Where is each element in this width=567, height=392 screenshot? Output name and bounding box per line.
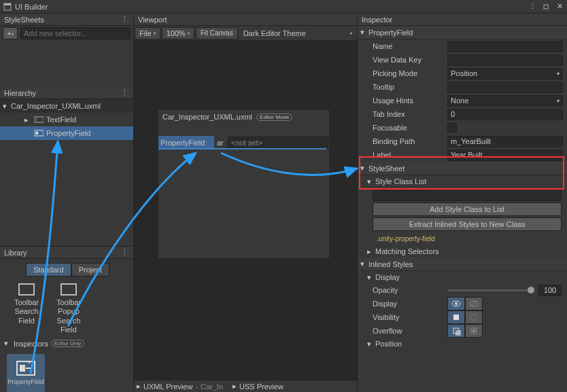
library-opts-icon[interactable]: ⋮: [120, 248, 129, 257]
canvas-preview: Car_Inspector_UXML.uxml Editor Mode Prop…: [158, 110, 329, 258]
fold-arrow-icon: ▸: [367, 247, 374, 256]
library-header: Library ⋮: [0, 247, 133, 259]
opacity-value[interactable]: 100: [538, 285, 562, 296]
canvas-title: Car_Inspector_UXML.uxml: [162, 113, 252, 121]
binding-path-input[interactable]: m_YearBuilt: [447, 136, 563, 147]
overflow-visible-button[interactable]: [447, 324, 465, 338]
svg-rect-2: [544, 5, 548, 9]
stylesheets-opts-icon[interactable]: ⋮: [120, 15, 129, 24]
uxml-preview-file: Car_In: [201, 382, 223, 391]
library-foldout-inspectors[interactable]: ▾ Inspectors Editor Only: [0, 337, 133, 350]
display-flex-button[interactable]: [447, 297, 465, 310]
style-class-list-foldout[interactable]: ▾ Style Class List: [358, 175, 567, 188]
library-title: Library: [4, 249, 27, 257]
style-class-input[interactable]: [373, 189, 562, 201]
extract-styles-button[interactable]: Extract Inlined Styles to New Class: [373, 217, 562, 231]
fold-arrow-icon[interactable]: ▸: [233, 382, 237, 391]
hierarchy-title: Hierarchy: [4, 89, 36, 97]
viewport-zoom[interactable]: 100%▾: [162, 27, 194, 39]
library-item-toolbar-search[interactable]: Toolbar Search Field: [8, 283, 45, 334]
viewport-theme-dropdown[interactable]: Dark Editor Theme ▾: [239, 27, 356, 39]
visibility-visible-button[interactable]: [447, 310, 465, 324]
stylesheets-title: StyleSheets: [4, 16, 44, 24]
undock-icon[interactable]: [541, 2, 551, 12]
display-label: Display: [373, 300, 445, 308]
tooltip-input[interactable]: [447, 82, 563, 93]
editor-only-badge: Editor Only: [51, 340, 85, 347]
picking-mode-label: Picking Mode: [373, 69, 445, 77]
fold-arrow-icon[interactable]: ▸: [24, 115, 31, 124]
matching-selectors-foldout[interactable]: ▸ Matching Selectors: [358, 245, 567, 257]
name-input[interactable]: [447, 41, 563, 52]
square-dashed-icon: [470, 313, 478, 321]
usage-hints-dropdown[interactable]: None ▾: [447, 95, 563, 107]
overflow-hidden-button[interactable]: [465, 324, 483, 338]
propertyfield-icon: [34, 128, 44, 138]
inspector-section-propertyfield[interactable]: ▾ PropertyField: [358, 26, 567, 39]
add-selector-button[interactable]: +▾: [3, 27, 18, 39]
svg-rect-8: [20, 365, 25, 372]
svg-rect-16: [471, 315, 477, 320]
canvas-selected-element[interactable]: PropertyField: [158, 136, 214, 149]
square-icon: [452, 313, 460, 321]
fold-arrow-icon[interactable]: ▸: [137, 382, 141, 391]
viewport-title: Viewport: [138, 16, 167, 24]
view-data-key-input[interactable]: [447, 54, 563, 66]
name-label: Name: [373, 42, 445, 50]
canvas-field-input[interactable]: [228, 137, 328, 149]
window-icon: [3, 2, 12, 12]
eye-off-icon: [469, 300, 479, 307]
visibility-hidden-button[interactable]: [465, 310, 483, 324]
svg-rect-1: [4, 3, 11, 5]
add-style-class-button[interactable]: Add Style Class to List: [373, 202, 562, 216]
picking-mode-dropdown[interactable]: Position ▾: [447, 68, 563, 79]
library-preview-propertyfield[interactable]: * PropertyField: [7, 354, 45, 392]
tab-index-input[interactable]: 0: [447, 109, 563, 120]
inspector-section-stylesheet[interactable]: ▾ StyleSheet: [358, 162, 567, 175]
library-item-toolbar-popup-search[interactable]: Toolbar Popup Search Field: [50, 283, 87, 334]
focusable-checkbox[interactable]: [447, 123, 457, 132]
svg-rect-15: [453, 315, 459, 320]
overflow-visible-icon: [451, 326, 461, 336]
position-foldout[interactable]: ▾ Position: [358, 338, 567, 350]
opacity-slider[interactable]: [447, 289, 534, 291]
fold-arrow-icon: ▾: [4, 339, 11, 348]
viewport-fit-canvas[interactable]: Fit Canvas: [196, 27, 238, 39]
label-input[interactable]: Year Built: [447, 149, 563, 161]
fold-arrow-icon: ▾: [367, 273, 374, 282]
fold-arrow-icon[interactable]: ▾: [3, 102, 10, 111]
display-none-button[interactable]: [465, 297, 483, 310]
svg-rect-18: [456, 330, 461, 336]
view-data-key-label: View Data Key: [373, 56, 445, 64]
tab-project[interactable]: Project: [71, 263, 109, 277]
menu-dots-icon[interactable]: ⋮: [528, 2, 537, 12]
viewport-header: Viewport: [134, 14, 357, 26]
overflow-hidden-icon: [469, 326, 479, 336]
hierarchy-item-propertyfield[interactable]: PropertyField: [0, 126, 133, 140]
hierarchy-root[interactable]: ▾ Car_Inspector_UXML.uxml: [0, 99, 133, 113]
tab-standard[interactable]: Standard: [26, 263, 71, 277]
opacity-label: Opacity: [373, 286, 445, 294]
hierarchy-root-label: Car_Inspector_UXML.uxml: [11, 102, 101, 110]
hierarchy-item-textfield[interactable]: ▸ TextField: [0, 113, 133, 126]
visibility-label: Visibility: [373, 313, 445, 321]
label-label: Label: [373, 151, 445, 159]
svg-text:*: *: [28, 361, 31, 368]
display-foldout[interactable]: ▾ Display: [358, 271, 567, 283]
selector-input[interactable]: [20, 27, 131, 39]
class-tag[interactable]: .unity-property-field: [373, 234, 439, 244]
hierarchy-opts-icon[interactable]: ⋮: [120, 88, 129, 98]
viewport-canvas[interactable]: Car_Inspector_UXML.uxml Editor Mode Prop…: [134, 41, 357, 380]
focusable-label: Focusable: [373, 124, 445, 132]
hierarchy-item-label: TextField: [46, 115, 76, 124]
close-icon[interactable]: ✕: [555, 2, 564, 12]
inspector-title: Inspector: [362, 16, 392, 24]
uss-preview-title: USS Preview: [239, 382, 284, 391]
tooltip-label: Tooltip: [373, 83, 445, 91]
fold-arrow-icon: ▾: [360, 164, 367, 173]
tab-index-label: Tab Index: [373, 110, 445, 118]
stylesheets-header: StyleSheets ⋮: [0, 14, 133, 26]
inspector-section-inlined-styles[interactable]: ▾ Inlined Styles: [358, 257, 567, 271]
overflow-label: Overflow: [373, 327, 445, 335]
viewport-file-menu[interactable]: File▾: [135, 27, 160, 39]
